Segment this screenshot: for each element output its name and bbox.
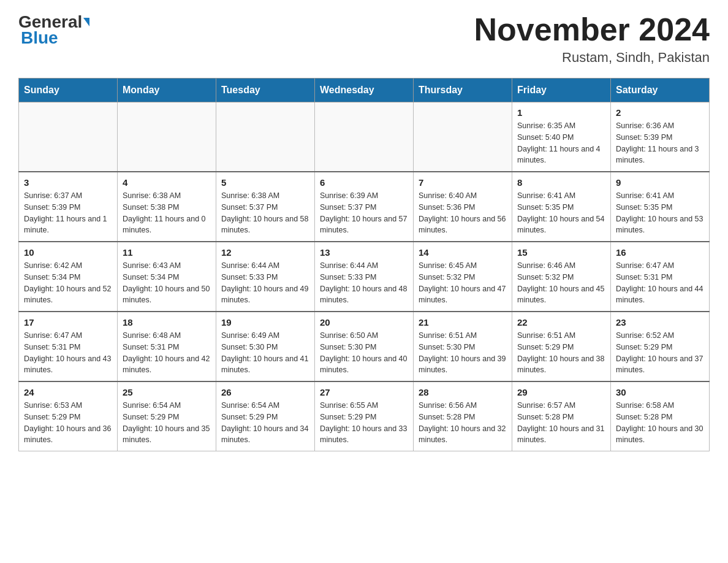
calendar-cell: 3Sunrise: 6:37 AM Sunset: 5:39 PM Daylig… xyxy=(19,172,118,242)
day-info: Sunrise: 6:47 AM Sunset: 5:31 PM Dayligh… xyxy=(616,260,704,306)
calendar-cell: 22Sunrise: 6:51 AM Sunset: 5:29 PM Dayli… xyxy=(512,312,611,381)
day-number: 30 xyxy=(616,387,704,397)
calendar-cell: 23Sunrise: 6:52 AM Sunset: 5:29 PM Dayli… xyxy=(611,312,710,381)
calendar-cell: 21Sunrise: 6:51 AM Sunset: 5:30 PM Dayli… xyxy=(414,312,512,381)
day-info: Sunrise: 6:53 AM Sunset: 5:29 PM Dayligh… xyxy=(24,400,112,446)
week-row-5: 24Sunrise: 6:53 AM Sunset: 5:29 PM Dayli… xyxy=(19,381,710,451)
day-info: Sunrise: 6:49 AM Sunset: 5:30 PM Dayligh… xyxy=(221,330,309,376)
calendar-cell: 4Sunrise: 6:38 AM Sunset: 5:38 PM Daylig… xyxy=(118,172,216,242)
day-header-sunday: Sunday xyxy=(19,79,118,102)
day-header-wednesday: Wednesday xyxy=(315,79,414,102)
day-info: Sunrise: 6:48 AM Sunset: 5:31 PM Dayligh… xyxy=(123,330,211,376)
day-number: 18 xyxy=(123,317,211,327)
week-row-4: 17Sunrise: 6:47 AM Sunset: 5:31 PM Dayli… xyxy=(19,312,710,381)
day-info: Sunrise: 6:47 AM Sunset: 5:31 PM Dayligh… xyxy=(24,330,112,376)
calendar-cell xyxy=(216,102,315,172)
day-info: Sunrise: 6:42 AM Sunset: 5:34 PM Dayligh… xyxy=(24,260,112,306)
calendar-cell xyxy=(118,102,216,172)
day-number: 12 xyxy=(221,247,309,258)
day-number: 3 xyxy=(24,177,112,188)
calendar-cell: 28Sunrise: 6:56 AM Sunset: 5:28 PM Dayli… xyxy=(414,381,512,451)
day-info: Sunrise: 6:39 AM Sunset: 5:37 PM Dayligh… xyxy=(320,190,408,236)
day-number: 22 xyxy=(517,317,605,327)
day-info: Sunrise: 6:54 AM Sunset: 5:29 PM Dayligh… xyxy=(221,400,309,446)
day-info: Sunrise: 6:55 AM Sunset: 5:29 PM Dayligh… xyxy=(320,400,408,446)
day-number: 11 xyxy=(123,247,211,258)
day-number: 9 xyxy=(616,177,704,188)
calendar-cell: 14Sunrise: 6:45 AM Sunset: 5:32 PM Dayli… xyxy=(414,242,512,312)
day-info: Sunrise: 6:56 AM Sunset: 5:28 PM Dayligh… xyxy=(419,400,507,446)
calendar-cell: 10Sunrise: 6:42 AM Sunset: 5:34 PM Dayli… xyxy=(19,242,118,312)
calendar-cell: 18Sunrise: 6:48 AM Sunset: 5:31 PM Dayli… xyxy=(118,312,216,381)
calendar-cell: 1Sunrise: 6:35 AM Sunset: 5:40 PM Daylig… xyxy=(512,102,611,172)
week-row-1: 1Sunrise: 6:35 AM Sunset: 5:40 PM Daylig… xyxy=(19,102,710,172)
calendar-cell: 13Sunrise: 6:44 AM Sunset: 5:33 PM Dayli… xyxy=(315,242,414,312)
day-info: Sunrise: 6:44 AM Sunset: 5:33 PM Dayligh… xyxy=(221,260,309,306)
calendar-table: SundayMondayTuesdayWednesdayThursdayFrid… xyxy=(18,78,710,451)
day-info: Sunrise: 6:43 AM Sunset: 5:34 PM Dayligh… xyxy=(123,260,211,306)
day-number: 1 xyxy=(517,107,605,118)
day-number: 20 xyxy=(320,317,408,327)
day-number: 7 xyxy=(419,177,507,188)
month-year-title: November 2024 xyxy=(474,12,710,47)
day-info: Sunrise: 6:51 AM Sunset: 5:29 PM Dayligh… xyxy=(517,330,605,376)
day-header-tuesday: Tuesday xyxy=(216,79,315,102)
day-number: 8 xyxy=(517,177,605,188)
day-info: Sunrise: 6:45 AM Sunset: 5:32 PM Dayligh… xyxy=(419,260,507,306)
day-number: 2 xyxy=(616,107,704,118)
calendar-cell: 15Sunrise: 6:46 AM Sunset: 5:32 PM Dayli… xyxy=(512,242,611,312)
day-number: 10 xyxy=(24,247,112,258)
day-info: Sunrise: 6:38 AM Sunset: 5:37 PM Dayligh… xyxy=(221,190,309,236)
calendar-cell: 5Sunrise: 6:38 AM Sunset: 5:37 PM Daylig… xyxy=(216,172,315,242)
day-header-saturday: Saturday xyxy=(611,79,710,102)
calendar-cell: 29Sunrise: 6:57 AM Sunset: 5:28 PM Dayli… xyxy=(512,381,611,451)
calendar-cell: 8Sunrise: 6:41 AM Sunset: 5:35 PM Daylig… xyxy=(512,172,611,242)
day-number: 27 xyxy=(320,387,408,397)
day-info: Sunrise: 6:38 AM Sunset: 5:38 PM Dayligh… xyxy=(123,190,211,236)
day-number: 4 xyxy=(123,177,211,188)
day-info: Sunrise: 6:41 AM Sunset: 5:35 PM Dayligh… xyxy=(616,190,704,236)
calendar-cell: 2Sunrise: 6:36 AM Sunset: 5:39 PM Daylig… xyxy=(611,102,710,172)
day-number: 15 xyxy=(517,247,605,258)
calendar-cell: 20Sunrise: 6:50 AM Sunset: 5:30 PM Dayli… xyxy=(315,312,414,381)
day-info: Sunrise: 6:52 AM Sunset: 5:29 PM Dayligh… xyxy=(616,330,704,376)
location-subtitle: Rustam, Sindh, Pakistan xyxy=(474,50,710,66)
day-info: Sunrise: 6:44 AM Sunset: 5:33 PM Dayligh… xyxy=(320,260,408,306)
day-number: 23 xyxy=(616,317,704,327)
day-info: Sunrise: 6:57 AM Sunset: 5:28 PM Dayligh… xyxy=(517,400,605,446)
calendar-cell: 12Sunrise: 6:44 AM Sunset: 5:33 PM Dayli… xyxy=(216,242,315,312)
day-number: 13 xyxy=(320,247,408,258)
day-number: 19 xyxy=(221,317,309,327)
calendar-cell: 30Sunrise: 6:58 AM Sunset: 5:28 PM Dayli… xyxy=(611,381,710,451)
page-header: General Blue November 2024 Rustam, Sindh… xyxy=(18,12,710,66)
week-row-3: 10Sunrise: 6:42 AM Sunset: 5:34 PM Dayli… xyxy=(19,242,710,312)
calendar-cell: 6Sunrise: 6:39 AM Sunset: 5:37 PM Daylig… xyxy=(315,172,414,242)
day-number: 17 xyxy=(24,317,112,327)
day-number: 5 xyxy=(221,177,309,188)
calendar-header-row: SundayMondayTuesdayWednesdayThursdayFrid… xyxy=(19,79,710,102)
day-info: Sunrise: 6:50 AM Sunset: 5:30 PM Dayligh… xyxy=(320,330,408,376)
logo: General Blue xyxy=(18,12,89,48)
day-number: 14 xyxy=(419,247,507,258)
day-number: 29 xyxy=(517,387,605,397)
calendar-cell xyxy=(414,102,512,172)
calendar-cell: 27Sunrise: 6:55 AM Sunset: 5:29 PM Dayli… xyxy=(315,381,414,451)
calendar-cell: 26Sunrise: 6:54 AM Sunset: 5:29 PM Dayli… xyxy=(216,381,315,451)
day-info: Sunrise: 6:58 AM Sunset: 5:28 PM Dayligh… xyxy=(616,400,704,446)
calendar-cell: 24Sunrise: 6:53 AM Sunset: 5:29 PM Dayli… xyxy=(19,381,118,451)
calendar-cell: 16Sunrise: 6:47 AM Sunset: 5:31 PM Dayli… xyxy=(611,242,710,312)
day-number: 25 xyxy=(123,387,211,397)
day-info: Sunrise: 6:54 AM Sunset: 5:29 PM Dayligh… xyxy=(123,400,211,446)
calendar-cell: 17Sunrise: 6:47 AM Sunset: 5:31 PM Dayli… xyxy=(19,312,118,381)
day-header-monday: Monday xyxy=(118,79,216,102)
calendar-cell: 19Sunrise: 6:49 AM Sunset: 5:30 PM Dayli… xyxy=(216,312,315,381)
day-number: 16 xyxy=(616,247,704,258)
title-block: November 2024 Rustam, Sindh, Pakistan xyxy=(474,12,710,66)
calendar-cell xyxy=(315,102,414,172)
week-row-2: 3Sunrise: 6:37 AM Sunset: 5:39 PM Daylig… xyxy=(19,172,710,242)
day-info: Sunrise: 6:37 AM Sunset: 5:39 PM Dayligh… xyxy=(24,190,112,236)
calendar-cell xyxy=(19,102,118,172)
day-number: 26 xyxy=(221,387,309,397)
logo-blue-text: Blue xyxy=(21,28,58,48)
day-header-thursday: Thursday xyxy=(414,79,512,102)
